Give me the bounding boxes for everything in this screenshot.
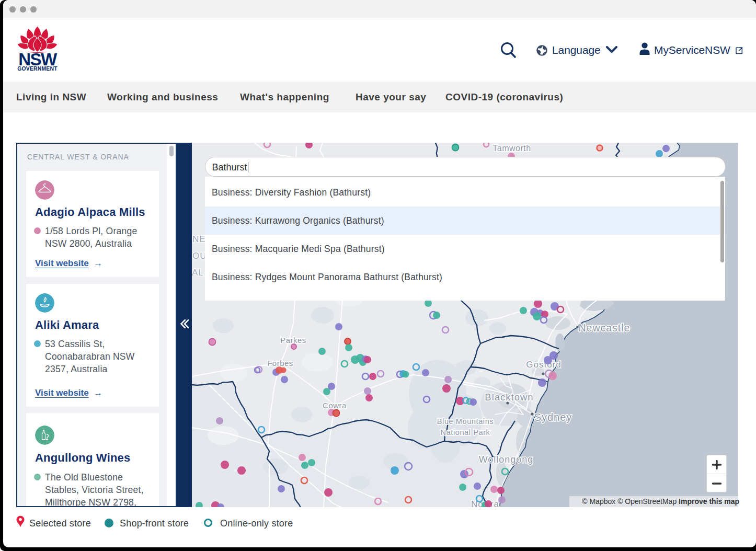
svg-text:Tamworth: Tamworth xyxy=(492,144,531,153)
svg-text:AL: AL xyxy=(192,268,204,278)
svg-text:Blacktown: Blacktown xyxy=(485,392,533,403)
svg-text:Gosford: Gosford xyxy=(526,360,561,370)
svg-text:Parkes: Parkes xyxy=(280,336,306,345)
svg-text:GOVERNMENT: GOVERNMENT xyxy=(17,66,58,71)
svg-text:Blue Mountains: Blue Mountains xyxy=(437,417,494,426)
svg-text:National Park: National Park xyxy=(441,428,490,437)
svg-text:Forbes: Forbes xyxy=(267,359,293,368)
svg-text:Newcastle: Newcastle xyxy=(579,322,631,334)
svg-text:Cowra: Cowra xyxy=(323,401,347,410)
svg-text:NE: NE xyxy=(192,234,206,244)
svg-text:Wollongong: Wollongong xyxy=(479,454,534,465)
svg-text:Sydney: Sydney xyxy=(534,411,572,423)
